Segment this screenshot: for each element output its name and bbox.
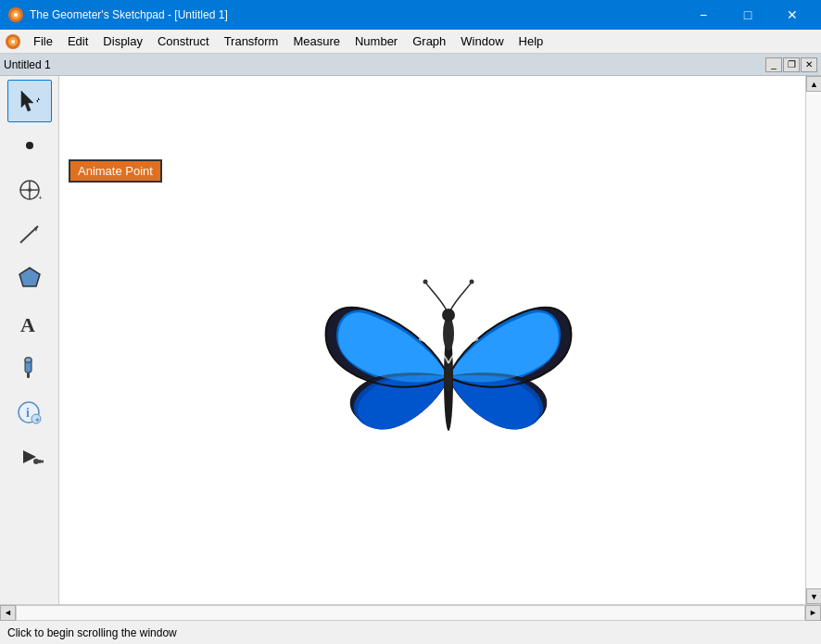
animate-point-button[interactable]: Animate Point [69,159,162,183]
title-text: The Geometer's Sketchpad - [Untitled 1] [30,8,228,21]
line-tool[interactable] [7,213,52,256]
mdi-minimize-button[interactable]: _ [765,57,782,72]
svg-point-9 [26,142,33,149]
title-left: The Geometer's Sketchpad - [Untitled 1] [7,6,228,23]
app-icon [7,6,24,23]
scroll-down-button[interactable]: ▼ [806,588,821,604]
menu-construct[interactable]: Construct [150,32,217,51]
menu-transform[interactable]: Transform [217,32,286,51]
menu-display[interactable]: Display [95,32,150,51]
svg-text:✦: ✦ [33,416,40,424]
svg-point-13 [28,188,32,192]
scrollbar-right: ▲ ▼ [805,76,821,604]
menu-graph[interactable]: Graph [405,32,453,51]
svg-point-35 [470,280,474,284]
svg-point-31 [443,317,454,350]
svg-marker-17 [19,268,40,286]
polygon-tool[interactable] [7,258,52,300]
minimize-button[interactable]: − [682,0,725,30]
close-button[interactable]: ✕ [771,0,814,30]
scroll-track-right[interactable] [806,92,821,588]
scroll-up-button[interactable]: ▲ [806,76,821,92]
text-tool[interactable]: A [7,302,52,345]
maximize-button[interactable]: □ [726,0,769,30]
svg-rect-20 [27,373,30,378]
svg-point-34 [423,280,428,284]
main-area: + A [0,76,821,604]
menu-edit[interactable]: Edit [60,32,95,51]
svg-marker-8 [36,97,40,103]
title-bar: The Geometer's Sketchpad - [Untitled 1] … [0,0,821,30]
menu-number[interactable]: Number [347,32,405,51]
svg-point-5 [11,40,15,44]
arrow-tool[interactable] [7,80,52,122]
mdi-close-button[interactable]: ✕ [801,57,817,72]
scroll-left-button[interactable]: ◄ [0,605,16,621]
info-tool[interactable]: i ✦ [7,391,52,434]
mdi-bar: Untitled 1 _ ❐ ✕ [0,54,821,76]
bottom-scrollbar: ◄ ► [0,604,821,620]
butterfly-image [319,271,578,484]
point-tool[interactable] [7,124,52,167]
marker-tool[interactable] [7,347,52,389]
canvas-area[interactable]: Animate Point [59,76,805,604]
menu-measure[interactable]: Measure [285,32,347,51]
menu-bar: File Edit Display Construct Transform Me… [0,30,821,54]
svg-text:A: A [20,313,35,336]
svg-point-2 [14,13,18,17]
status-text: Click to begin scrolling the window [7,626,177,639]
menu-help[interactable]: Help [512,32,551,51]
mdi-restore-button[interactable]: ❐ [783,57,800,72]
svg-point-33 [442,309,455,322]
animation-tool[interactable] [7,436,52,478]
mdi-title: Untitled 1 [4,58,51,71]
scroll-track-bottom[interactable] [16,605,805,621]
svg-rect-21 [25,358,32,362]
svg-point-32 [444,363,453,391]
toolbar: + A [0,76,59,604]
title-controls: − □ ✕ [682,0,814,30]
compass-tool[interactable]: + [7,169,52,211]
menu-file[interactable]: File [26,32,60,51]
svg-text:i: i [26,406,30,420]
scroll-right-button[interactable]: ► [805,605,821,621]
svg-marker-6 [21,91,33,111]
menu-logo [4,32,22,51]
menu-window[interactable]: Window [453,32,511,51]
svg-point-29 [41,461,44,463]
mdi-controls: _ ❐ ✕ [765,57,817,72]
status-bar: Click to begin scrolling the window [0,620,821,644]
svg-text:+: + [38,194,43,202]
svg-point-28 [38,460,42,463]
